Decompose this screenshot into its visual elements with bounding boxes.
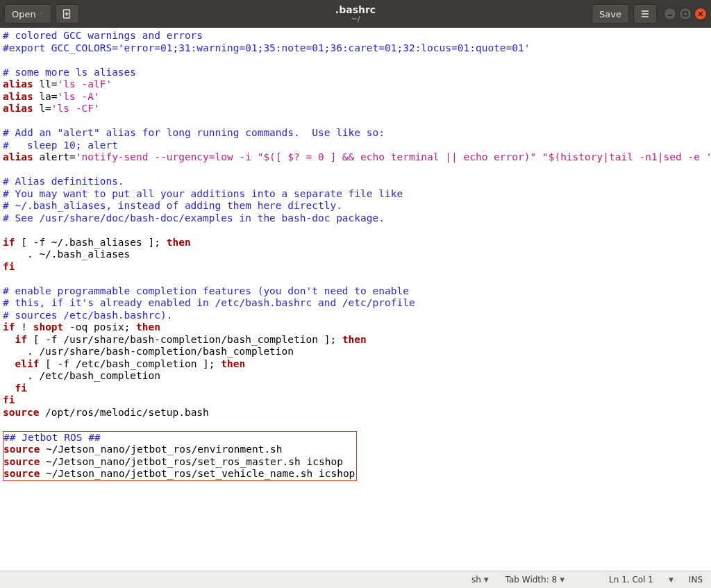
code-kw: source <box>3 456 40 467</box>
code-line: # sleep 10; alert <box>3 140 118 151</box>
code-kw: fi <box>3 394 15 405</box>
window-controls <box>664 8 707 20</box>
hamburger-icon <box>639 8 651 19</box>
code-text: alert= <box>33 151 76 162</box>
code-line: # sources /etc/bash.bashrc). <box>3 310 172 321</box>
code-line: ## Jetbot ROS ## <box>3 432 101 443</box>
code-str: 'ls -alF' <box>58 78 112 90</box>
status-bar: sh ▼ Tab Width: 8 ▼ Ln 1, Col 1 ▼ INS <box>0 571 711 588</box>
status-language-label: sh <box>471 575 481 585</box>
code-kw: source <box>3 444 40 455</box>
hamburger-menu-button[interactable] <box>633 4 657 24</box>
status-cursor-position[interactable]: Ln 1, Col 1 <box>602 575 660 585</box>
code-text: ~/Jetson_nano/jetbot_ros/environment.sh <box>40 444 282 455</box>
code-text: . /usr/share/bash-completion/bash_comple… <box>3 346 294 357</box>
code-str: 'notify-send --urgency=low -i "$([ $? = … <box>76 151 711 162</box>
save-button[interactable]: Save <box>592 4 629 24</box>
code-line: # Alias definitions. <box>3 176 124 187</box>
code-text: ~/Jetson_nano/jetbot_ros/set_ros_master.… <box>40 456 343 467</box>
svg-rect-7 <box>683 12 687 16</box>
editor-area[interactable]: # colored GCC warnings and errors #expor… <box>0 28 711 569</box>
code-text: ~/Jetson_nano/jetbot_ros/set_vehicle_nam… <box>40 468 355 479</box>
status-language[interactable]: sh ▼ <box>465 575 496 585</box>
code-line: # ~/.bash_aliases, instead of adding the… <box>3 200 342 211</box>
code-kw: alias <box>3 103 33 114</box>
code-kw: then <box>167 237 191 248</box>
code-kw: if <box>3 237 15 248</box>
open-button[interactable]: Open ▼ <box>4 4 51 24</box>
code-kw: shopt <box>33 321 64 333</box>
open-button-label: Open <box>12 9 36 19</box>
code-text: . /etc/bash_completion <box>3 370 160 381</box>
code-text: [ -f ~/.bash_aliases ]; <box>15 237 166 248</box>
highlighted-block: ## Jetbot ROS ## source ~/Jetson_nano/je… <box>3 431 357 481</box>
code-line: # some more ls aliases <box>3 67 136 78</box>
code-text: [ -f /usr/share/bash-completion/bash_com… <box>27 334 342 345</box>
status-insert-mode[interactable]: INS <box>682 575 705 585</box>
code-kw: then <box>342 334 367 345</box>
code-kw: fi <box>15 383 26 394</box>
status-tabwidth-label: Tab Width: 8 <box>505 575 557 585</box>
code-str: 'ls -CF' <box>51 103 100 114</box>
new-document-icon <box>62 8 73 19</box>
code-text: ll= <box>33 78 58 90</box>
save-button-label: Save <box>599 9 621 19</box>
code-kw: if <box>15 334 26 345</box>
status-tabwidth[interactable]: Tab Width: 8 ▼ <box>499 575 571 585</box>
code-line: # You may want to put all your additions… <box>3 188 403 199</box>
code-kw: if <box>3 321 15 333</box>
close-icon <box>697 10 704 17</box>
code-text: la= <box>33 91 58 102</box>
chevron-down-icon: ▼ <box>39 10 44 17</box>
code-line: # this, if it's already enabled in /etc/… <box>3 297 415 308</box>
code-kw: alias <box>3 151 33 162</box>
code-line: 'error=01;31:warning=01;35:note=01;36:ca… <box>118 42 530 53</box>
code-line: # Add an "alert" alias for long running … <box>3 127 385 138</box>
code-line: #export GCC_COLORS= <box>3 42 118 53</box>
chevron-down-icon: ▼ <box>560 576 564 583</box>
status-insert-label: INS <box>689 575 703 585</box>
code-line: # enable programmable completion feature… <box>3 285 409 296</box>
code-kw: alias <box>3 91 33 102</box>
code-indent <box>3 358 15 369</box>
code-text: . ~/.bash_aliases <box>3 249 130 260</box>
code-line: # See /usr/share/doc/bash-doc/examples i… <box>3 212 385 224</box>
window-close-button[interactable] <box>694 8 707 20</box>
code-text: l= <box>33 103 51 114</box>
maximize-icon <box>682 10 689 17</box>
code-text: ! <box>15 321 33 333</box>
title-bar: Open ▼ .bashrc ~/ Save <box>0 0 711 28</box>
window-minimize-button[interactable] <box>664 8 676 20</box>
code-text: -oq posix; <box>63 321 136 333</box>
code-text: /opt/ros/melodic/setup.bash <box>39 407 208 418</box>
new-tab-button[interactable] <box>56 4 79 24</box>
code-indent <box>3 334 15 345</box>
code-str: 'ls -A' <box>58 91 100 102</box>
chevron-down-icon[interactable]: ▼ <box>663 576 679 583</box>
chevron-down-icon: ▼ <box>484 576 489 583</box>
code-kw: then <box>221 358 245 369</box>
window-maximize-button[interactable] <box>679 8 692 20</box>
status-position-label: Ln 1, Col 1 <box>609 575 653 585</box>
code-kw: source <box>3 468 40 479</box>
code-kw: then <box>136 321 160 333</box>
minimize-icon <box>667 10 674 17</box>
code-kw: fi <box>3 261 15 272</box>
code-kw: alias <box>3 78 33 90</box>
code-kw: elif <box>15 358 39 369</box>
code-line: # colored GCC warnings and errors <box>3 30 203 41</box>
code-indent <box>3 383 15 394</box>
code-text: [ -f /etc/bash_completion ]; <box>39 358 221 369</box>
code-kw: source <box>3 407 39 418</box>
